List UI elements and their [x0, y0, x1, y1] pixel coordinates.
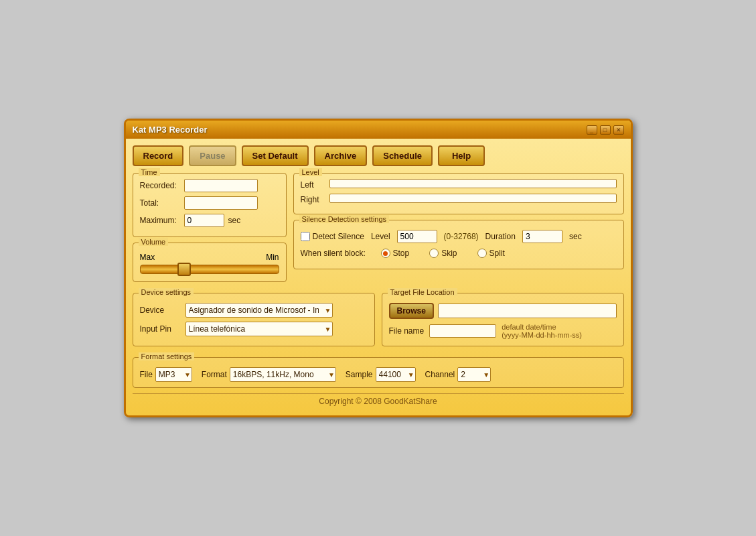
radio-skip-label: Skip — [441, 249, 457, 258]
radio-stop[interactable]: Stop — [381, 249, 410, 258]
filename-hint-line1: default date/time — [502, 323, 582, 331]
volume-group-title: Volume — [139, 238, 169, 246]
schedule-button[interactable]: Schedule — [372, 145, 433, 166]
radio-skip[interactable]: Skip — [429, 249, 457, 258]
recorded-row: Recorded: — [140, 179, 279, 192]
filename-row: File name default date/time (yyyy-MM-dd-… — [389, 323, 617, 339]
sample-select[interactable]: 44100 22050 11025 — [376, 367, 416, 382]
silence-group-title: Silence Detection settings — [299, 215, 390, 223]
right-level-bar-container — [329, 194, 617, 203]
target-group-title: Target File Location — [388, 288, 457, 296]
filename-hint: default date/time (yyyy-MM-dd-hh-mm-ss) — [502, 323, 582, 339]
window-title: Kat MP3 Recorder — [133, 125, 208, 135]
left-panel: Time Recorded: Total: Maximum: sec — [133, 173, 287, 287]
input-pin-label: Input Pin — [140, 324, 180, 334]
level-group: Level Left Right — [293, 173, 624, 214]
device-select[interactable]: Asignador de sonido de Microsof - Input — [185, 303, 333, 318]
maximum-label: Maximum: — [140, 216, 180, 225]
toolbar: Record Pause Set Default Archive Schedul… — [133, 145, 624, 166]
total-input[interactable] — [184, 196, 258, 210]
file-type-select[interactable]: MP3 WAV OGG — [155, 367, 192, 382]
format-select[interactable]: 16kBPS, 11kHz, Mono 32kBPS, 22kHz, Mono … — [230, 367, 336, 382]
pause-button: Pause — [189, 145, 236, 166]
level-group-title: Level — [299, 168, 322, 176]
volume-slider-wrap — [140, 265, 279, 276]
radio-skip-btn[interactable] — [429, 249, 439, 258]
silence-detection-group: Silence Detection settings Detect Silenc… — [293, 220, 624, 269]
bottom-section: Device settings Device Asignador de soni… — [133, 293, 624, 352]
archive-button[interactable]: Archive — [314, 145, 368, 166]
sample-item: Sample 44100 22050 11025 ▼ — [346, 367, 416, 382]
radio-stop-btn[interactable] — [381, 249, 390, 258]
left-level-row: Left — [301, 179, 617, 191]
detect-silence-label[interactable]: Detect Silence — [301, 232, 364, 241]
browse-path-input[interactable] — [438, 304, 617, 318]
device-settings-group: Device settings Device Asignador de soni… — [133, 293, 375, 346]
total-label: Total: — [140, 198, 180, 208]
format-select-wrap: 16kBPS, 11kHz, Mono 32kBPS, 22kHz, Mono … — [230, 367, 336, 382]
volume-slider[interactable] — [140, 265, 279, 274]
radio-split-btn[interactable] — [477, 249, 487, 258]
radio-group: Stop Skip Split — [374, 249, 505, 258]
set-default-button[interactable]: Set Default — [242, 145, 309, 166]
volume-max-label: Max — [140, 253, 155, 262]
silence-range-label: (0-32768) — [444, 232, 479, 241]
title-controls: _ □ ✕ — [587, 125, 624, 135]
channel-select[interactable]: 1 2 — [457, 367, 491, 382]
file-format-item: File MP3 WAV OGG ▼ — [140, 367, 192, 382]
title-bar: Kat MP3 Recorder _ □ ✕ — [126, 121, 631, 139]
channel-select-wrap: 1 2 ▼ — [457, 367, 491, 382]
input-pin-select[interactable]: Línea telefónica — [185, 322, 333, 336]
help-button[interactable]: Help — [438, 145, 485, 166]
main-window: Kat MP3 Recorder _ □ ✕ Record Pause Set … — [124, 119, 633, 417]
right-level-bar-wrap — [329, 194, 617, 206]
format-group-title: Format settings — [139, 352, 195, 360]
radio-split[interactable]: Split — [477, 249, 505, 258]
format-label: Format — [202, 370, 227, 379]
sec-label: sec — [228, 216, 241, 225]
filename-input[interactable] — [429, 324, 496, 338]
detect-silence-checkbox[interactable] — [301, 232, 310, 241]
time-group: Time Recorded: Total: Maximum: sec — [133, 173, 287, 237]
left-level-label: Left — [301, 180, 324, 190]
format-item: Format 16kBPS, 11kHz, Mono 32kBPS, 22kHz… — [202, 367, 336, 382]
minimize-button[interactable]: _ — [587, 125, 597, 135]
device-select-wrap: Asignador de sonido de Microsof - Input … — [185, 303, 333, 318]
file-select-wrap: MP3 WAV OGG ▼ — [155, 367, 192, 382]
left-level-bar-wrap — [329, 179, 617, 191]
when-silent-row: When silent block: Stop Skip — [301, 249, 617, 258]
left-level-bar-container — [329, 179, 617, 188]
window-body: Record Pause Set Default Archive Schedul… — [126, 139, 631, 415]
record-button[interactable]: Record — [133, 145, 184, 166]
recorded-input[interactable] — [184, 179, 258, 192]
channel-label: Channel — [425, 370, 455, 379]
radio-stop-label: Stop — [393, 249, 410, 258]
radio-split-label: Split — [489, 249, 505, 258]
browse-button[interactable]: Browse — [389, 303, 434, 319]
silence-sec-label: sec — [569, 232, 582, 241]
detect-silence-text: Detect Silence — [313, 232, 364, 241]
right-level-row: Right — [301, 194, 617, 206]
right-level-label: Right — [301, 195, 324, 204]
level-field-label: Level — [371, 232, 390, 241]
silence-duration-input[interactable] — [522, 230, 562, 243]
volume-min-label: Min — [266, 253, 279, 262]
file-label: File — [140, 370, 153, 379]
silence-settings-row: Detect Silence Level (0-32768) Duration … — [301, 230, 617, 243]
filename-label: File name — [389, 326, 425, 336]
close-button[interactable]: ✕ — [613, 125, 624, 135]
duration-field-label: Duration — [485, 232, 516, 241]
maximum-row: Maximum: sec — [140, 214, 279, 227]
maximum-input[interactable] — [184, 214, 224, 227]
device-label: Device — [140, 306, 180, 315]
browse-row: Browse — [389, 303, 617, 319]
device-group-title: Device settings — [139, 288, 194, 296]
recorded-label: Recorded: — [140, 181, 180, 190]
sample-label: Sample — [346, 370, 373, 379]
target-file-group: Target File Location Browse File name de… — [382, 293, 624, 346]
silence-level-input[interactable] — [397, 230, 437, 243]
filename-hint-line2: (yyyy-MM-dd-hh-mm-ss) — [502, 331, 582, 339]
input-pin-select-wrap: Línea telefónica ▼ — [185, 322, 333, 336]
maximize-button[interactable]: □ — [600, 125, 611, 135]
sample-select-wrap: 44100 22050 11025 ▼ — [376, 367, 416, 382]
